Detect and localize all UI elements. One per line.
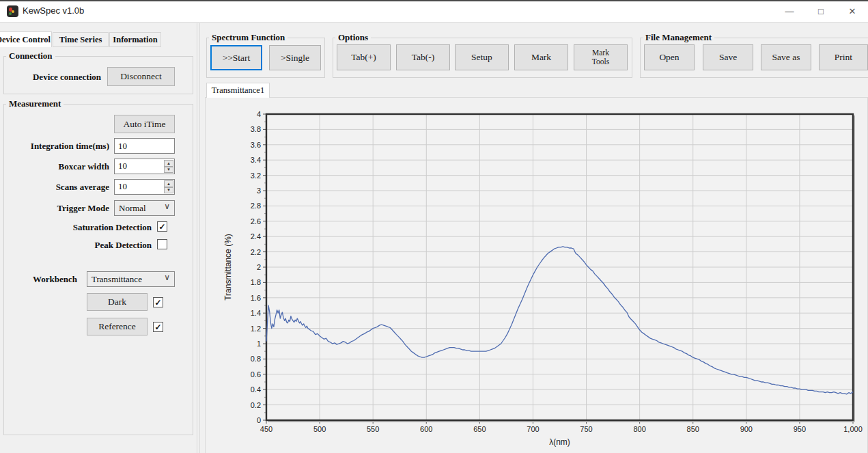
mark-button[interactable]: Mark xyxy=(514,44,568,70)
workbench-value: Transmittance xyxy=(92,274,142,285)
tab-minus-button[interactable]: Tab(-) xyxy=(396,44,450,70)
app-icon xyxy=(7,5,18,17)
svg-text:λ(nm): λ(nm) xyxy=(549,437,570,447)
tab-plus-button[interactable]: Tab(+) xyxy=(337,44,391,70)
title-bar: KewSpec v1.0b — □ ✕ xyxy=(0,1,868,23)
svg-text:1: 1 xyxy=(257,340,261,348)
svg-text:850: 850 xyxy=(687,425,699,433)
boxcar-width-stepper[interactable]: 10 ▲ ▼ xyxy=(114,159,175,174)
auto-itime-button[interactable]: Auto iTime xyxy=(114,115,175,133)
trigger-mode-label: Trigger Mode xyxy=(7,203,109,214)
chart-tab-transmittance1[interactable]: Transmittance1 xyxy=(206,83,270,98)
app-window: KewSpec v1.0b — □ ✕ Device Control Time … xyxy=(0,0,868,453)
close-button[interactable]: ✕ xyxy=(837,1,868,21)
svg-text:1,000: 1,000 xyxy=(843,425,863,433)
workbench-label: Workbench xyxy=(7,274,77,285)
scans-average-value: 10 xyxy=(118,181,127,192)
svg-text:600: 600 xyxy=(420,425,432,433)
svg-text:3: 3 xyxy=(257,187,261,195)
svg-text:1.2: 1.2 xyxy=(251,325,261,333)
svg-text:950: 950 xyxy=(794,425,806,433)
integration-time-label: Integration time(ms) xyxy=(7,141,109,152)
spinner-up-icon[interactable]: ▲ xyxy=(164,160,173,167)
svg-text:650: 650 xyxy=(473,425,486,433)
maximize-button[interactable]: □ xyxy=(805,1,837,21)
spinner-down-icon[interactable]: ▼ xyxy=(164,187,173,194)
mark-tools-button[interactable]: Mark Tools xyxy=(574,44,628,70)
boxcar-width-label: Boxcar width xyxy=(7,161,109,172)
chevron-down-icon: ∨ xyxy=(164,202,170,212)
saturation-detection-checkbox[interactable]: ✓ xyxy=(157,221,167,232)
svg-text:0.2: 0.2 xyxy=(251,401,261,409)
spectrum-function-label: Spectrum Function xyxy=(209,32,288,43)
file-management-label: File Management xyxy=(643,32,714,43)
svg-text:1.8: 1.8 xyxy=(251,278,261,286)
svg-text:3.8: 3.8 xyxy=(251,125,261,133)
svg-text:700: 700 xyxy=(527,425,539,433)
svg-text:750: 750 xyxy=(580,425,592,433)
mark-tools-label: Mark Tools xyxy=(586,49,616,66)
single-button[interactable]: >Single xyxy=(269,45,321,70)
start-button[interactable]: >>Start xyxy=(210,45,262,70)
connection-group-label: Connection xyxy=(6,51,55,61)
svg-text:1.6: 1.6 xyxy=(251,294,261,302)
svg-text:2: 2 xyxy=(257,263,261,271)
svg-text:2.6: 2.6 xyxy=(251,217,261,225)
peak-detection-checkbox[interactable] xyxy=(157,239,167,249)
svg-text:800: 800 xyxy=(633,425,645,433)
setup-button[interactable]: Setup xyxy=(455,44,509,70)
spinner-up-icon[interactable]: ▲ xyxy=(164,180,173,187)
dark-checkbox[interactable]: ✓ xyxy=(153,297,163,307)
spectrum-chart: 00.20.40.60.811.21.41.61.822.22.42.62.83… xyxy=(205,98,868,453)
svg-text:2.8: 2.8 xyxy=(251,202,261,210)
dark-button[interactable]: Dark xyxy=(87,293,148,311)
print-button[interactable]: Print xyxy=(819,44,868,70)
window-title: KewSpec v1.0b xyxy=(23,5,84,16)
tab-information[interactable]: Information xyxy=(109,32,161,47)
panel-splitter-line xyxy=(199,23,200,453)
saturation-detection-label: Saturation Detection xyxy=(7,222,152,233)
reference-checkbox[interactable]: ✓ xyxy=(153,322,163,332)
trigger-mode-select[interactable]: Normal ∨ xyxy=(114,200,175,216)
reference-button[interactable]: Reference xyxy=(87,318,148,335)
tab-device-control[interactable]: Device Control xyxy=(0,31,52,47)
svg-text:450: 450 xyxy=(260,425,272,433)
svg-text:500: 500 xyxy=(313,425,326,433)
scans-average-label: Scans average xyxy=(7,182,109,193)
minimize-button[interactable]: — xyxy=(774,1,805,21)
measurement-group-label: Measurement xyxy=(6,98,64,109)
spinner-down-icon[interactable]: ▼ xyxy=(164,167,173,174)
save-button[interactable]: Save xyxy=(703,44,753,70)
svg-text:0.8: 0.8 xyxy=(251,355,261,363)
tab-time-series[interactable]: Time Series xyxy=(53,32,109,47)
svg-text:3.2: 3.2 xyxy=(251,171,261,180)
svg-text:0.6: 0.6 xyxy=(251,370,261,379)
svg-text:0: 0 xyxy=(257,416,261,424)
device-connection-label: Device connection xyxy=(7,72,101,83)
svg-text:4: 4 xyxy=(257,110,261,118)
panel-splitter[interactable] xyxy=(197,23,197,453)
scans-average-stepper[interactable]: 10 ▲ ▼ xyxy=(114,179,175,195)
svg-text:550: 550 xyxy=(367,425,379,433)
open-button[interactable]: Open xyxy=(644,44,695,70)
svg-text:Transmittance (%): Transmittance (%) xyxy=(223,234,233,301)
svg-text:3.4: 3.4 xyxy=(251,156,261,164)
svg-text:3.6: 3.6 xyxy=(251,141,261,149)
trigger-mode-value: Normal xyxy=(119,203,146,214)
peak-detection-label: Peak Detection xyxy=(7,240,152,251)
workbench-select[interactable]: Transmittance ∨ xyxy=(87,271,175,287)
svg-text:0.4: 0.4 xyxy=(251,385,261,394)
save-as-button[interactable]: Save as xyxy=(761,44,811,70)
boxcar-width-value: 10 xyxy=(118,161,127,171)
svg-text:2.2: 2.2 xyxy=(251,248,261,256)
svg-text:1.4: 1.4 xyxy=(251,309,261,317)
disconnect-button[interactable]: Disconnect xyxy=(107,67,175,86)
svg-text:900: 900 xyxy=(740,425,753,433)
svg-text:2.4: 2.4 xyxy=(251,232,261,241)
chevron-down-icon: ∨ xyxy=(164,273,170,283)
integration-time-input[interactable]: 10 xyxy=(114,138,175,154)
options-label: Options xyxy=(335,32,371,43)
